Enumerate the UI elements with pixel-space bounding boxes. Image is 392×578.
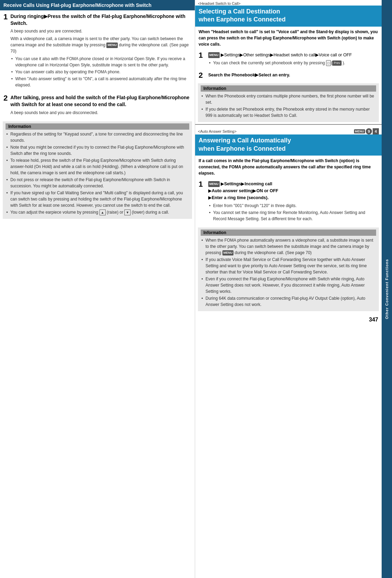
- step-2-content: After talking, press and hold the switch…: [10, 94, 191, 117]
- info-box-right-1: Information When the Phonebook entry con…: [198, 83, 379, 122]
- info-box-right-2-title: Information: [201, 230, 376, 236]
- bullet-item: You can adjust the earpiece volume by pr…: [6, 209, 189, 215]
- sidebar-vertical: Other Convenient Functions: [382, 0, 392, 578]
- info-box-bullets: Regardless of the setting for "Keypad so…: [6, 131, 189, 215]
- bullet-item: You can answer calls also by operating t…: [10, 69, 191, 75]
- info-box-right-1-title: Information: [201, 85, 376, 92]
- menu-icon-inline: MENU: [222, 250, 234, 256]
- bullet-item: Enter from "001" through "120" in three …: [208, 203, 378, 209]
- step-2-title: After talking, press and hold the switch…: [10, 94, 191, 108]
- bullet-item: Regardless of the setting for "Keypad so…: [6, 131, 189, 143]
- bullet-item: You can check the currently set phoneboo…: [208, 60, 378, 66]
- right-side-wrapper: <Headset Switch to Call> Selecting a Cal…: [195, 0, 392, 578]
- headset-step2-num: 2: [199, 72, 205, 79]
- step-1-number: 1: [3, 13, 8, 21]
- headset-intro: When "Headset switch to call" is set to …: [195, 27, 382, 49]
- headset-section-title: Selecting a Call Destination when Earpho…: [195, 6, 382, 27]
- bullet-item: To release hold, press the switch of the…: [6, 157, 189, 176]
- bullet-item: Do not press or release the switch of th…: [6, 177, 189, 189]
- headset-title-line1: Selecting a Call Destination: [199, 8, 280, 15]
- bullet-item: Note that you might be connected if you …: [6, 144, 189, 157]
- step-2-number: 2: [3, 94, 8, 102]
- phonebook-icon: □: [326, 60, 331, 66]
- info-box-title: Information: [6, 123, 189, 130]
- auto-step1-num: 1: [199, 180, 205, 188]
- step-1-bullets: You can use it also with the FOMA phone …: [10, 56, 191, 88]
- menu-icon: MENU: [106, 43, 118, 48]
- page-layout: Receive Calls Using Flat-plug Earphone/M…: [0, 0, 392, 578]
- auto-answer-title-line2: when Earphone is Connected: [199, 145, 286, 152]
- left-column: Receive Calls Using Flat-plug Earphone/M…: [0, 0, 195, 578]
- menu-badge: MENU 9 4: [354, 128, 379, 134]
- info-box-left: Information Regardless of the setting fo…: [3, 121, 192, 219]
- menu-icon-1: MENU: [208, 52, 220, 58]
- bullet-item: When the Phonebook entry contains multip…: [201, 93, 376, 105]
- page-number: 347: [195, 313, 382, 324]
- auto-answer-title: Answering a Call Automatically when Earp…: [195, 134, 382, 156]
- auto-answer-intro: If a call comes in while the Flat-plug E…: [195, 156, 382, 178]
- headset-title-line2: when Earphone is Connected: [199, 16, 286, 23]
- info-box-right-1-bullets: When the Phonebook entry contains multip…: [201, 93, 376, 119]
- badge-9: 9: [366, 128, 372, 134]
- step-1-title: During ringing▶Press the switch of the F…: [10, 13, 191, 27]
- auto-answer-step1: 1 MENU ▶Settings▶Incoming call▶Auto answ…: [195, 178, 382, 225]
- bullet-item: You can use it also with the FOMA phone …: [10, 56, 191, 68]
- info-box-right-2: Information When the FOMA phone automati…: [198, 227, 379, 311]
- headset-step2: 2 Search the Phonebook▶Select an entry.: [195, 69, 382, 81]
- headset-step1-bullets: You can check the currently set phoneboo…: [208, 60, 378, 66]
- auto-step1-bullets: Enter from "001" through "120" in three …: [208, 203, 378, 222]
- headset-step2-nav: Search the Phonebook▶Select an entry.: [208, 72, 378, 78]
- auto-answer-tag: <Auto Answer Setting>: [198, 129, 237, 133]
- step-2: 2 After talking, press and hold the swit…: [0, 92, 195, 119]
- bullet-item: If you activate Voice Mail Service or Ca…: [201, 257, 376, 275]
- menu-icon-2: MENU: [208, 181, 220, 187]
- bullet-item: When "Auto answer setting" is set to "ON…: [10, 76, 191, 88]
- headset-step1-nav: MENU ▶Settings▶Other settings▶Headset sw…: [208, 52, 378, 58]
- section-divider: [195, 124, 382, 125]
- bullet-item: Even if you connect the Flat-plug Earpho…: [201, 276, 376, 295]
- auto-answer-tag-bar: <Auto Answer Setting> MENU 9 4: [195, 127, 382, 134]
- section-headset: <Headset Switch to Call> Selecting a Cal…: [195, 0, 382, 122]
- menu-icon-badge: MENU: [354, 129, 365, 133]
- section-auto-answer: <Auto Answer Setting> MENU 9 4 Answering…: [195, 127, 382, 324]
- bullet-item: If you have signed up for Call Waiting S…: [6, 190, 189, 208]
- sidebar-label: Other Convenient Functions: [385, 259, 389, 319]
- step-1-content: During ringing▶Press the switch of the F…: [10, 13, 191, 90]
- right-content: <Headset Switch to Call> Selecting a Cal…: [195, 0, 382, 578]
- auto-answer-title-line1: Answering a Call Automatically: [199, 137, 291, 144]
- step-1: 1 During ringing▶Press the switch of the…: [0, 10, 195, 92]
- prev-icon: Prev: [332, 60, 342, 66]
- up-arrow-icon: ▲: [99, 209, 106, 215]
- step-1-body2: With a videophone call, a camera image i…: [10, 36, 191, 54]
- auto-step1-nav: MENU ▶Settings▶Incoming call▶Auto answer…: [208, 180, 378, 201]
- headset-step1: 1 MENU ▶Settings▶Other settings▶Headset …: [195, 49, 382, 69]
- headset-tag: <Headset Switch to Call>: [195, 0, 382, 6]
- down-arrow-icon: ▼: [124, 209, 131, 215]
- headset-step1-num: 1: [199, 52, 205, 59]
- left-section-header: Receive Calls Using Flat-plug Earphone/M…: [0, 0, 195, 10]
- info-box-right-2-bullets: When the FOMA phone automatically answer…: [201, 237, 376, 308]
- step-2-body: A beep sounds twice and you are disconne…: [10, 110, 191, 116]
- badge-4: 4: [373, 128, 379, 134]
- bullet-item: When the FOMA phone automatically answer…: [201, 237, 376, 256]
- bullet-item: If you delete the set Phonebook entry, t…: [201, 106, 376, 119]
- step-1-body1: A beep sounds and you are connected.: [10, 28, 191, 34]
- bullet-item: During 64K data communication or connect…: [201, 295, 376, 308]
- bullet-item: You cannot set the same ring time for Re…: [208, 209, 378, 222]
